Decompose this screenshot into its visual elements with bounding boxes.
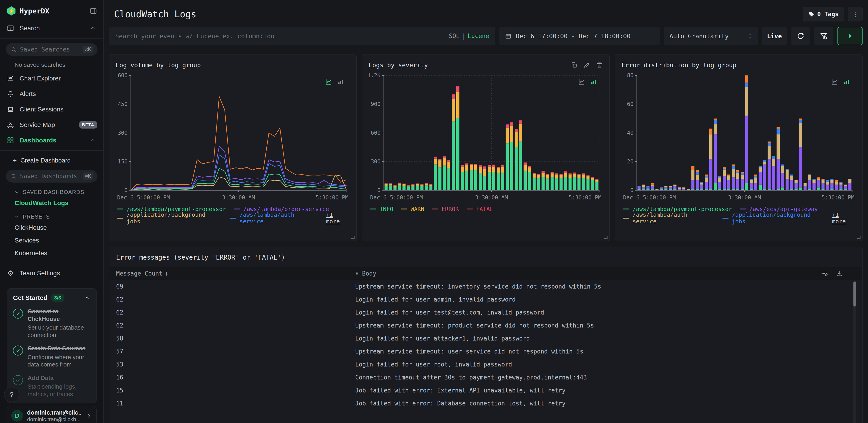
dashboard-kebab-button[interactable]: ⋮: [848, 7, 863, 22]
preset-kubernetes[interactable]: Kubernetes: [0, 247, 103, 260]
logs-by-severity-chart[interactable]: 03006009001.2KDec 6 5:00:00 PM3:30:00 AM…: [369, 71, 603, 201]
sidebar-item-service-map[interactable]: Service Map BETA: [0, 117, 103, 133]
sidebar-item-chart-explorer[interactable]: Chart Explorer: [0, 70, 103, 86]
legend-more-link[interactable]: +1 more: [326, 212, 350, 225]
delete-panel-icon[interactable]: [596, 61, 603, 68]
resize-handle[interactable]: [351, 236, 354, 239]
sidebar-item-client-sessions[interactable]: Client Sessions: [0, 102, 103, 117]
error-messages-panel: Error messages (severity 'ERROR' or 'FAT…: [109, 247, 863, 423]
line-view-toggle-icon[interactable]: [578, 78, 585, 86]
bar-view-toggle-icon[interactable]: [337, 78, 344, 86]
legend-more-link[interactable]: +1 more: [832, 212, 856, 225]
preset-services[interactable]: Services: [0, 234, 103, 247]
svg-text:450: 450: [118, 101, 127, 107]
table-row[interactable]: 53Login failed for user root, invalid pa…: [109, 358, 862, 371]
cell-body: Connection timeout after 30s to payment-…: [355, 374, 856, 381]
get-started-item-title: Add Data: [28, 374, 90, 382]
download-icon[interactable]: [836, 270, 843, 277]
column-message-count[interactable]: Message Count ↓: [116, 270, 355, 277]
duplicate-panel-icon[interactable]: [570, 61, 578, 68]
sidebar-item-alerts[interactable]: Alerts: [0, 86, 103, 102]
table-row[interactable]: 69Upstream service timeout: inventory-se…: [109, 280, 862, 293]
chevron-up-icon[interactable]: [89, 24, 97, 32]
column-body[interactable]: Body: [355, 270, 821, 277]
legend-item[interactable]: /application/background-jobs: [117, 212, 222, 225]
line-view-toggle-icon[interactable]: [831, 78, 838, 86]
get-started-title: Get Started: [13, 294, 48, 302]
sort-desc-icon: ↓: [165, 270, 168, 277]
log-volume-chart[interactable]: 0150300450600Dec 6 5:00:00 PM3:30:00 AM5…: [116, 71, 350, 201]
svg-text:600: 600: [118, 72, 127, 79]
get-started-item-connect[interactable]: Connect to ClickHouse Set up your databa…: [13, 308, 90, 339]
user-menu[interactable]: D dominic.tran@clic... dominic.tran@clic…: [7, 406, 97, 423]
table-scrollbar[interactable]: [853, 281, 857, 423]
chevron-up-icon[interactable]: [84, 295, 90, 301]
saved-searches-input[interactable]: Saved Searches ⌘K: [6, 43, 97, 56]
table-row[interactable]: 15Job failed with error: External API un…: [109, 384, 862, 397]
collapse-sidebar-icon[interactable]: [89, 7, 97, 15]
legend-item[interactable]: WARN: [401, 206, 424, 213]
line-view-toggle-icon[interactable]: [325, 78, 332, 86]
svg-text:0: 0: [124, 187, 127, 194]
chart-explorer-icon: [6, 74, 14, 83]
sidebar-item-search[interactable]: Search: [0, 21, 103, 36]
brand-name: HyperDX: [20, 7, 86, 15]
resize-handle[interactable]: [857, 236, 861, 239]
event-search-input[interactable]: Search your events w/ Lucene ex. column:…: [109, 27, 495, 45]
table-row[interactable]: 16Connection timeout after 30s to paymen…: [109, 371, 862, 384]
legend-label: FATAL: [476, 206, 493, 213]
saved-dashboards-input[interactable]: Saved Dashboards ⌘K: [6, 170, 97, 182]
panel-logs-by-severity: Logs by severity 03006009001.2KDec 6 5:0…: [362, 54, 610, 241]
table-row[interactable]: 62Login failed for user test@test.com, i…: [109, 306, 862, 319]
bar-view-toggle-icon[interactable]: [590, 78, 597, 86]
help-button[interactable]: ?: [4, 387, 19, 402]
table-row[interactable]: 62Upstream service timeout: product-serv…: [109, 319, 862, 332]
live-button[interactable]: Live: [762, 27, 787, 45]
date-range-picker[interactable]: Dec 6 17:00:00 - Dec 7 18:00:00: [499, 27, 660, 45]
sidebar-item-dashboards[interactable]: Dashboards: [0, 133, 103, 148]
refresh-button[interactable]: [791, 27, 810, 45]
bar-view-toggle-icon[interactable]: [843, 78, 850, 86]
sql-option[interactable]: SQL: [449, 33, 460, 39]
create-dashboard-button[interactable]: + Create Dashboard: [0, 153, 103, 168]
table-row[interactable]: 11Job failed with error: Database connec…: [109, 397, 862, 410]
cell-body: Upstream service timeout: user-service d…: [355, 348, 856, 355]
section-saved-dashboards[interactable]: SAVED DASHBOARDS: [0, 185, 103, 197]
legend-label: INFO: [379, 206, 393, 213]
legend-item[interactable]: /application/background-jobs: [722, 212, 828, 225]
legend-item[interactable]: ERROR: [432, 206, 459, 213]
saved-dashboards-placeholder: Saved Dashboards: [20, 173, 80, 179]
filter-funnel-icon: [820, 32, 828, 40]
legend-label: ERROR: [441, 206, 459, 213]
lucene-option[interactable]: Lucene: [468, 33, 489, 39]
get-started-item-sources[interactable]: Create Data Sources Configure where your…: [13, 345, 90, 368]
run-query-button[interactable]: [837, 27, 863, 45]
saved-dashboard-cloudwatch-logs[interactable]: CloudWatch Logs: [0, 197, 103, 209]
resize-handle[interactable]: [604, 236, 608, 239]
sidebar-item-team-settings[interactable]: ⚙ Team Settings: [0, 265, 103, 281]
charts-row: Log volume by log group 0150300450600Dec…: [109, 54, 863, 241]
table-body: 69Upstream service timeout: inventory-se…: [109, 280, 862, 410]
wrap-text-icon[interactable]: [821, 270, 828, 277]
error-distribution-chart[interactable]: 020406080Dec 6 5:00:00 PM3:30:00 AM5:30:…: [622, 71, 856, 201]
legend-item[interactable]: /aws/lambda/auth-service: [623, 212, 715, 225]
preset-clickhouse[interactable]: ClickHouse: [0, 221, 103, 234]
legend-item[interactable]: FATAL: [467, 206, 493, 213]
legend-item[interactable]: /aws/lambda/auth-service: [230, 212, 321, 225]
section-presets[interactable]: PRESETS: [0, 209, 103, 221]
get-started-item-add-data[interactable]: Add Data Start sending logs, metrics, or…: [13, 374, 90, 398]
cell-body: Job failed with error: External API unav…: [355, 387, 856, 394]
tags-button[interactable]: 0 Tags: [803, 7, 844, 22]
drag-handle-icon[interactable]: [355, 271, 359, 276]
table-row[interactable]: 57Upstream service timeout: user-service…: [109, 345, 862, 358]
filter-button[interactable]: [814, 27, 833, 45]
legend-item[interactable]: INFO: [370, 206, 393, 213]
edit-panel-icon[interactable]: [583, 61, 590, 68]
table-row[interactable]: 62Login failed for user admin, invalid p…: [109, 293, 862, 306]
svg-text:40: 40: [627, 130, 634, 136]
granularity-select[interactable]: Auto Granularity: [664, 27, 758, 45]
chevron-up-icon[interactable]: [89, 136, 97, 144]
scrollbar-thumb[interactable]: [854, 281, 856, 307]
table-row[interactable]: 58Login failed for user attacker1, inval…: [109, 332, 862, 345]
query-language-toggle[interactable]: SQL|Lucene: [449, 33, 489, 39]
